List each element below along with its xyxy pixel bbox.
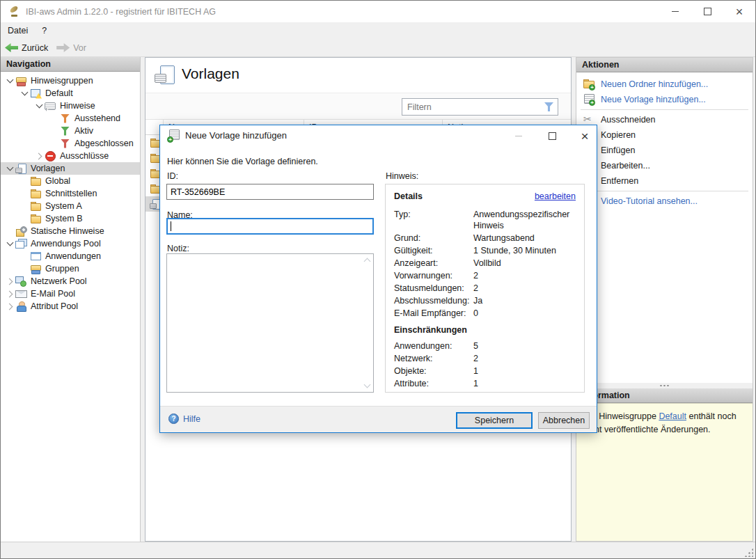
envelope-icon — [15, 288, 27, 300]
chevron-spacer — [49, 125, 59, 137]
window-controls — [659, 1, 755, 22]
tree-item-ausschluesse[interactable]: Ausschlüsse — [1, 150, 140, 162]
tree-item-global[interactable]: Global — [1, 175, 140, 187]
status-bar — [1, 542, 755, 559]
action-cut[interactable]: Ausschneiden — [576, 112, 753, 127]
funnel-green-icon — [59, 125, 71, 137]
action-copy[interactable]: Kopieren — [576, 127, 753, 143]
chevron-right-icon[interactable] — [5, 300, 15, 313]
tree-item-vorlagen[interactable]: Vorlagen — [1, 162, 140, 175]
action-remove[interactable]: Entfernen — [576, 173, 753, 189]
action-new-folder[interactable]: +Neuen Ordner hinzufügen... — [576, 77, 753, 92]
chevron-right-icon[interactable] — [34, 150, 45, 162]
chevron-spacer — [19, 212, 30, 225]
tree-item-statische-hinweise[interactable]: Statische Hinweise — [1, 225, 140, 237]
hinweis-label: Hinweis: — [386, 171, 418, 181]
detail-row: Grund:Wartungsabend — [394, 233, 576, 244]
document-plus-icon: + — [167, 129, 180, 141]
notiz-label: Notiz: — [167, 244, 189, 253]
folder-icon — [30, 200, 42, 212]
monitor-warning-icon — [30, 88, 42, 100]
default-link[interactable]: Default — [659, 411, 686, 421]
tree-item-hinweise[interactable]: Hinweise — [1, 100, 140, 112]
back-button[interactable]: Zurück — [1, 39, 52, 56]
minimize-icon[interactable] — [659, 1, 691, 22]
navigation-header: Navigation — [1, 57, 140, 72]
action-edit[interactable]: Bearbeiten... — [576, 158, 753, 173]
restriction-row: Attribute:1 — [394, 378, 576, 389]
maximize-icon[interactable] — [691, 1, 723, 22]
chevron-down-icon[interactable] — [19, 87, 30, 100]
tree-item-ausstehend[interactable]: Ausstehend — [1, 112, 140, 125]
action-new-template[interactable]: +Neue Vorlage hinzufügen... — [576, 92, 753, 107]
text-caret — [171, 221, 171, 231]
cancel-button[interactable]: Abbrechen — [538, 412, 590, 429]
tree-item-email-pool[interactable]: E-Mail Pool — [1, 288, 140, 300]
tree-item-netzwerk-pool[interactable]: Netzwerk Pool — [1, 275, 140, 288]
menu-datei[interactable]: Datei — [1, 22, 35, 39]
navigation-panel: Navigation Hinweisgruppen Default Hinwei… — [1, 57, 141, 542]
scroll-up-icon[interactable] — [362, 255, 372, 265]
dialog-title: Neue Vorlage hinzufügen — [185, 130, 287, 141]
tree-item-aktiv[interactable]: Aktiv — [1, 125, 140, 137]
separator — [581, 109, 748, 110]
funnel-orange-icon — [59, 113, 71, 125]
id-field[interactable] — [166, 184, 374, 200]
restriction-row: Netzwerk:2 — [394, 353, 576, 364]
app-window: IBI-aws Admin 1.22.0 - registriert für I… — [0, 0, 756, 559]
dialog-subtitle: Hier können Sie die Vorlage definieren. — [167, 157, 318, 166]
tree-item-abgeschlossen[interactable]: Abgeschlossen — [1, 137, 140, 150]
plus-badge: + — [589, 100, 595, 106]
back-label: Zurück — [22, 43, 48, 53]
groups-stack-icon — [30, 263, 42, 275]
back-arrow-icon — [5, 43, 18, 52]
tree-item-gruppen[interactable]: Gruppen — [1, 262, 140, 275]
page-title: Vorlagen — [182, 65, 239, 82]
name-field[interactable] — [166, 218, 374, 235]
templates-icon — [15, 163, 27, 175]
window-title: IBI-aws Admin 1.22.0 - registriert für I… — [26, 7, 216, 17]
window-icon — [30, 251, 42, 262]
scissors-icon — [583, 114, 595, 125]
chevron-down-icon[interactable] — [5, 74, 15, 87]
chevron-down-icon[interactable] — [5, 237, 15, 250]
menu-help[interactable]: ? — [35, 22, 54, 39]
chevron-right-icon[interactable] — [5, 288, 15, 300]
filter-input[interactable] — [402, 102, 543, 112]
tree-item-system-a[interactable]: System A — [1, 200, 140, 212]
help-link[interactable]: ? Hilfe — [168, 414, 200, 424]
action-paste[interactable]: Einfügen — [576, 143, 753, 158]
filter-funnel-icon[interactable] — [543, 101, 555, 113]
tree-item-anwendungen[interactable]: Anwendungen — [1, 250, 140, 262]
dialog-title-bar: + Neue Vorlage hinzufügen — [160, 125, 597, 146]
templates-page-icon — [155, 65, 175, 86]
restriction-row: Anwendungen:5 — [394, 340, 576, 352]
help-icon: ? — [168, 414, 179, 424]
forward-button: Vor — [52, 39, 90, 56]
chevron-right-icon[interactable] — [5, 275, 15, 288]
panel-splitter[interactable] — [576, 383, 753, 388]
tree-item-anwendungs-pool[interactable]: Anwendungs Pool — [1, 237, 140, 250]
filter-box — [402, 98, 558, 116]
scroll-down-icon[interactable] — [362, 381, 372, 391]
tree-item-hinweisgruppen[interactable]: Hinweisgruppen — [1, 74, 140, 87]
close-icon[interactable] — [723, 1, 755, 22]
tree-item-default[interactable]: Default — [1, 87, 140, 100]
dialog-maximize-icon[interactable] — [541, 125, 563, 146]
separator — [581, 191, 748, 191]
resize-grip[interactable] — [744, 548, 753, 557]
chevron-down-icon[interactable] — [5, 162, 15, 175]
tree-item-system-b[interactable]: System B — [1, 212, 140, 225]
action-video-tutorial[interactable]: Video-Tutorial ansehen... — [576, 194, 753, 209]
tree-item-attribut-pool[interactable]: Attribut Pool — [1, 300, 140, 313]
save-button[interactable]: Speichern — [456, 412, 533, 429]
chevron-down-icon[interactable] — [34, 100, 45, 112]
speech-bubble-icon — [45, 100, 56, 112]
document-plus-icon: + — [583, 94, 595, 105]
chevron-spacer — [19, 200, 30, 212]
tree-item-schnittstellen[interactable]: Schnittstellen — [1, 187, 140, 200]
bearbeiten-link[interactable]: bearbeiten — [535, 191, 576, 201]
dialog-close-icon[interactable] — [574, 125, 596, 146]
main-header: Vorlagen — [145, 58, 571, 93]
notiz-field[interactable] — [166, 253, 374, 393]
